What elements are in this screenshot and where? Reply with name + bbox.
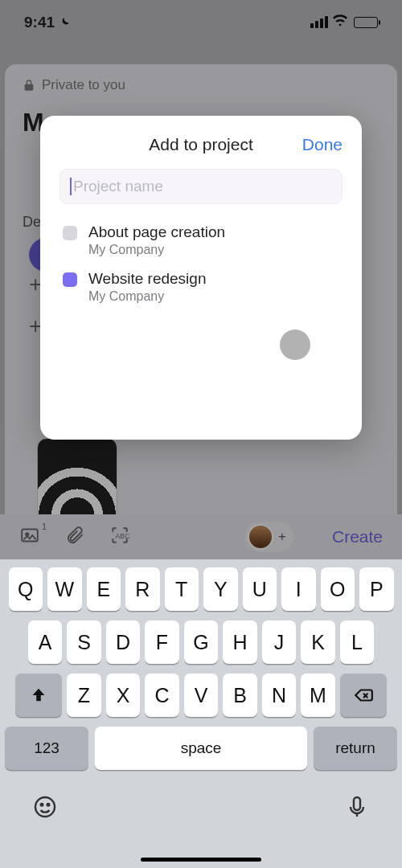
key-x[interactable]: X [106,674,141,717]
svg-point-3 [35,797,55,817]
svg-point-5 [47,804,50,806]
key-y[interactable]: Y [203,567,238,611]
key-v[interactable]: V [184,674,219,717]
project-name: Website redesign [88,270,206,288]
key-p[interactable]: P [359,567,394,611]
modal-title: Add to project [149,135,253,154]
key-c[interactable]: C [145,674,179,717]
keyboard-row: Q W E R T Y U I O P [5,567,397,611]
key-b[interactable]: B [223,674,257,717]
key-u[interactable]: U [243,567,277,611]
return-key[interactable]: return [314,727,397,770]
key-f[interactable]: F [145,620,179,664]
key-m[interactable]: M [301,674,335,717]
svg-rect-6 [354,797,360,810]
numbers-key[interactable]: 123 [5,727,88,770]
keyboard-row: 123 space return [5,727,397,770]
project-name: About page creation [88,223,225,241]
mic-key[interactable] [344,794,370,823]
key-z[interactable]: Z [67,674,101,717]
project-org: My Company [88,289,206,304]
key-n[interactable]: N [262,674,297,717]
key-o[interactable]: O [321,567,355,611]
project-swatch-icon [63,226,77,240]
key-k[interactable]: K [301,620,335,664]
home-indicator[interactable] [141,858,261,862]
key-d[interactable]: D [106,620,141,664]
key-e[interactable]: E [87,567,121,611]
search-input[interactable] [73,178,332,195]
touch-indicator [280,330,310,360]
key-q[interactable]: Q [9,567,43,611]
svg-point-4 [41,804,43,806]
project-option[interactable]: Website redesign My Company [59,264,343,310]
key-t[interactable]: T [165,567,199,611]
text-cursor [70,178,72,195]
shift-key[interactable] [15,674,62,717]
key-l[interactable]: L [340,620,375,664]
key-g[interactable]: G [184,620,219,664]
key-j[interactable]: J [262,620,297,664]
keyboard-row: A S D F G H J K L [5,620,397,664]
key-w[interactable]: W [47,567,82,611]
emoji-key[interactable] [32,794,58,823]
project-org: My Company [88,243,225,257]
key-s[interactable]: S [67,620,101,664]
project-option[interactable]: About page creation My Company [59,217,343,264]
on-screen-keyboard: Q W E R T Y U I O P A S D F G H J K L Z … [0,559,402,868]
add-to-project-modal: Add to project Done About page creation … [40,116,362,440]
key-a[interactable]: A [28,620,63,664]
space-key[interactable]: space [95,727,307,770]
done-button[interactable]: Done [302,135,343,154]
key-h[interactable]: H [223,620,257,664]
backspace-key[interactable] [340,674,387,717]
project-search-field[interactable] [59,169,343,204]
key-r[interactable]: R [125,567,160,611]
keyboard-row: Z X C V B N M [5,674,397,717]
project-swatch-icon [63,272,77,287]
key-i[interactable]: I [281,567,316,611]
